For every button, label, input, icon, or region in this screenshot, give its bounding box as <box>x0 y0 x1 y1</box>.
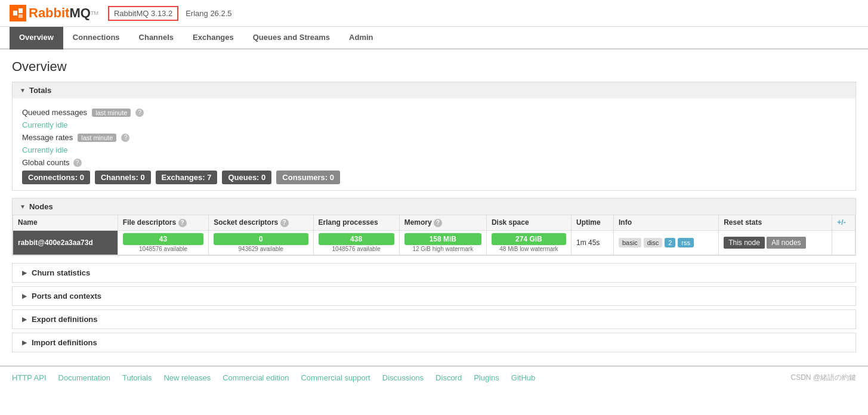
col-plus-minus[interactable]: +/- <box>832 215 855 231</box>
global-counts-buttons: Connections: 0 Channels: 0 Exchanges: 7 … <box>22 171 846 184</box>
col-name: Name <box>13 215 118 231</box>
footer-commercial-support[interactable]: Commercial support <box>301 373 370 382</box>
totals-section: ▼ Totals Queued messages last minute ? C… <box>12 82 856 191</box>
info-cell: basic disc 2 rss <box>613 230 718 255</box>
col-disk-space: Disk space <box>486 215 571 231</box>
queued-messages-row: Queued messages last minute ? <box>22 108 846 117</box>
logo-icon <box>10 5 26 21</box>
nodes-section-header[interactable]: ▼ Nodes <box>13 199 855 215</box>
nodes-arrow-icon: ▼ <box>20 203 26 210</box>
disk-space-value: 274 GiB <box>492 233 566 245</box>
memory-help-icon[interactable]: ? <box>434 219 442 227</box>
footer-commercial-edition[interactable]: Commercial edition <box>223 373 289 382</box>
footer-documentation[interactable]: Documentation <box>58 373 110 382</box>
all-nodes-button[interactable]: All nodes <box>767 237 805 249</box>
logo-text: RabbitMQ <box>29 5 91 21</box>
memory-value: 158 MiB <box>404 233 481 245</box>
erlang-proc-value: 438 <box>319 233 394 245</box>
nav-exchanges[interactable]: Exchanges <box>183 27 243 49</box>
page-title: Overview <box>12 59 856 75</box>
churn-label: Churn statistics <box>32 268 90 277</box>
logo: RabbitMQ TM <box>10 5 98 21</box>
import-section: ▶ Import definitions <box>12 333 856 352</box>
badge-num: 2 <box>665 238 675 247</box>
ports-section: ▶ Ports and contexts <box>12 286 856 306</box>
channels-count-btn[interactable]: Channels: 0 <box>95 171 151 184</box>
footer-discussions[interactable]: Discussions <box>382 373 424 382</box>
queues-count-btn[interactable]: Queues: 0 <box>222 171 271 184</box>
main-content: Overview ▼ Totals Queued messages last m… <box>0 49 868 366</box>
message-rates-row: Message rates last minute ? <box>22 133 846 142</box>
file-desc-cell: 43 1048576 available <box>118 230 208 255</box>
col-erlang-proc: Erlang processes <box>313 215 399 231</box>
col-info: Info <box>613 215 718 231</box>
export-header[interactable]: ▶ Export definitions <box>13 310 855 329</box>
socket-desc-cell: 0 943629 available <box>209 230 313 255</box>
erlang-proc-cell: 438 1048576 available <box>313 230 399 255</box>
nav-admin[interactable]: Admin <box>339 27 382 49</box>
nodes-body: Name File descriptors ? Socket descripto… <box>13 215 855 255</box>
col-file-desc: File descriptors ? <box>118 215 208 231</box>
export-arrow-icon: ▶ <box>22 316 27 323</box>
footer-github[interactable]: GitHub <box>511 373 535 382</box>
socket-desc-sub: 943629 available <box>214 246 308 252</box>
svg-rect-0 <box>13 11 17 16</box>
queued-messages-badge[interactable]: last minute <box>92 109 131 117</box>
watermark: CSDN @緒語の約鍵 <box>547 373 856 383</box>
memory-sub: 12 GiB high watermark <box>404 246 481 252</box>
memory-cell: 158 MiB 12 GiB high watermark <box>399 230 486 255</box>
connections-count-btn[interactable]: Connections: 0 <box>22 171 90 184</box>
erlang-version: Erlang 26.2.5 <box>186 9 231 18</box>
file-desc-help-icon[interactable]: ? <box>178 219 187 227</box>
erlang-proc-sub: 1048576 available <box>319 246 394 252</box>
disk-space-sub: 48 MiB low watermark <box>492 246 566 252</box>
nodes-section: ▼ Nodes Name File descriptors ? Socket d… <box>12 198 856 256</box>
queued-messages-help-icon[interactable]: ? <box>135 109 144 117</box>
currently-idle-2: Currently idle <box>22 145 846 154</box>
badge-rss: rss <box>678 238 694 247</box>
exchanges-count-btn[interactable]: Exchanges: 7 <box>156 171 218 184</box>
badge-disc: disc <box>644 238 663 247</box>
info-badges: basic disc 2 rss <box>619 238 713 247</box>
nav-channels[interactable]: Channels <box>129 27 184 49</box>
footer-plugins[interactable]: Plugins <box>474 373 499 382</box>
footer: HTTP API Documentation Tutorials New rel… <box>0 366 868 389</box>
import-header[interactable]: ▶ Import definitions <box>13 333 855 352</box>
global-counts-label: Global counts <box>22 158 70 167</box>
version-badge: RabbitMQ 3.13.2 <box>108 6 178 21</box>
nav-connections[interactable]: Connections <box>63 27 129 49</box>
nodes-title: Nodes <box>29 202 53 211</box>
badge-basic: basic <box>619 238 641 247</box>
footer-new-releases[interactable]: New releases <box>163 373 211 382</box>
footer-tutorials[interactable]: Tutorials <box>122 373 152 382</box>
totals-section-header[interactable]: ▼ Totals <box>13 82 855 98</box>
col-uptime: Uptime <box>571 215 613 231</box>
socket-desc-help-icon[interactable]: ? <box>280 219 289 227</box>
col-memory: Memory ? <box>399 215 486 231</box>
message-rates-label: Message rates <box>22 133 73 142</box>
footer-discord[interactable]: Discord <box>435 373 462 382</box>
main-nav: Overview Connections Channels Exchanges … <box>0 27 868 49</box>
uptime-cell: 1m 45s <box>571 230 613 255</box>
consumers-count-btn[interactable]: Consumers: 0 <box>276 171 340 184</box>
global-counts-label-row: Global counts ? <box>22 158 846 167</box>
disk-space-cell: 274 GiB 48 MiB low watermark <box>486 230 571 255</box>
socket-desc-value: 0 <box>214 233 308 245</box>
message-rates-help-icon[interactable]: ? <box>121 134 129 142</box>
churn-header[interactable]: ▶ Churn statistics <box>13 264 855 282</box>
svg-rect-2 <box>18 14 23 18</box>
totals-body: Queued messages last minute ? Currently … <box>13 98 855 190</box>
currently-idle-1: Currently idle <box>22 120 846 129</box>
ports-header[interactable]: ▶ Ports and contexts <box>13 287 855 305</box>
this-node-button[interactable]: This node <box>724 237 765 249</box>
message-rates-badge[interactable]: last minute <box>78 134 116 142</box>
churn-arrow-icon: ▶ <box>22 270 27 276</box>
footer-http-api[interactable]: HTTP API <box>12 373 47 382</box>
header: RabbitMQ TM RabbitMQ 3.13.2 Erlang 26.2.… <box>0 0 868 27</box>
nav-overview[interactable]: Overview <box>10 27 63 49</box>
nav-queues[interactable]: Queues and Streams <box>243 27 339 49</box>
global-counts-help-icon[interactable]: ? <box>73 159 82 167</box>
logo-tm: TM <box>91 10 98 16</box>
col-socket-desc: Socket descriptors ? <box>209 215 313 231</box>
nodes-table: Name File descriptors ? Socket descripto… <box>13 215 855 255</box>
